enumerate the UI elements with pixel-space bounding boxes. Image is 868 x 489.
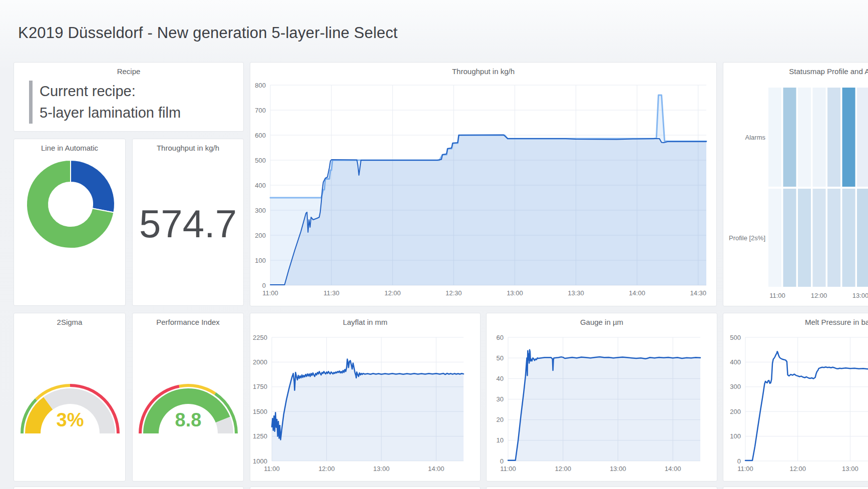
svg-text:13:00: 13:00 xyxy=(610,465,626,472)
svg-text:0: 0 xyxy=(500,457,504,465)
svg-text:14:00: 14:00 xyxy=(629,289,645,297)
panel-performance-index: Performance Index 8.8 xyxy=(132,313,244,481)
panel-2sigma: 2Sigma 3% xyxy=(14,313,126,481)
svg-text:12:00: 12:00 xyxy=(384,289,401,297)
svg-text:300: 300 xyxy=(730,383,741,390)
svg-text:0: 0 xyxy=(262,282,266,289)
recipe-text: Current recipe: 5-layer lamination film xyxy=(29,81,181,124)
layflat-line-chart[interactable]: 11:0012:0013:0014:0010001250150017502000… xyxy=(250,313,480,481)
svg-text:14:30: 14:30 xyxy=(690,289,706,297)
svg-text:13:30: 13:30 xyxy=(568,289,584,297)
svg-text:2000: 2000 xyxy=(253,358,267,366)
svg-text:12:00: 12:00 xyxy=(318,465,335,472)
svg-text:60: 60 xyxy=(497,334,504,341)
svg-text:600: 600 xyxy=(255,132,266,139)
svg-text:0: 0 xyxy=(737,457,741,465)
panel-title-recipe[interactable]: Recipe xyxy=(14,67,243,76)
svg-text:12:00: 12:00 xyxy=(811,292,827,299)
svg-text:3%: 3% xyxy=(57,409,84,430)
svg-text:300: 300 xyxy=(255,207,266,214)
svg-text:500: 500 xyxy=(255,157,266,164)
svg-text:13:00: 13:00 xyxy=(373,465,390,472)
performance-index-gauge-chart[interactable]: 8.8 xyxy=(133,313,243,481)
svg-text:1500: 1500 xyxy=(253,408,267,415)
throughput-line-chart[interactable]: 11:0011:3012:0012:3013:0013:3014:0014:30… xyxy=(250,63,716,306)
svg-text:11:00: 11:00 xyxy=(500,465,516,472)
throughput-stat-value: 574.7 xyxy=(133,201,243,247)
svg-text:700: 700 xyxy=(255,107,266,114)
partial-panel xyxy=(723,486,868,489)
line-in-automatic-donut-chart[interactable] xyxy=(14,139,125,305)
svg-text:14:00: 14:00 xyxy=(428,465,445,472)
svg-text:30: 30 xyxy=(497,395,504,403)
svg-text:400: 400 xyxy=(255,182,266,189)
svg-text:100: 100 xyxy=(730,432,741,440)
svg-text:14:00: 14:00 xyxy=(665,465,681,472)
recipe-line2: 5-layer lamination film xyxy=(40,102,181,124)
svg-text:12:00: 12:00 xyxy=(555,465,571,472)
svg-text:11:00: 11:00 xyxy=(262,289,278,297)
svg-text:200: 200 xyxy=(730,408,741,415)
panel-throughput-stat: Throughput in kg/h 574.7 xyxy=(132,139,244,306)
svg-text:12:30: 12:30 xyxy=(446,289,462,297)
svg-text:13:00: 13:00 xyxy=(852,292,868,299)
melt-pressure-line-chart[interactable]: 11:0012:0013:000100200300400500 xyxy=(723,313,868,481)
svg-text:11:00: 11:00 xyxy=(737,465,753,472)
svg-text:13:00: 13:00 xyxy=(842,465,858,472)
recipe-quote-bar xyxy=(29,81,33,124)
svg-text:13:00: 13:00 xyxy=(507,289,523,297)
svg-text:1000: 1000 xyxy=(253,457,267,465)
svg-text:8.8: 8.8 xyxy=(175,409,202,430)
gauge-um-line-chart[interactable]: 11:0012:0013:0014:000102030405060 xyxy=(487,313,717,481)
panel-gauge-um: Gauge in µm 11:0012:0013:0014:0001020304… xyxy=(486,313,717,481)
svg-text:20: 20 xyxy=(497,416,504,423)
svg-text:Alarms: Alarms xyxy=(745,134,766,141)
svg-text:11:00: 11:00 xyxy=(769,292,785,299)
svg-text:100: 100 xyxy=(255,257,266,264)
svg-text:40: 40 xyxy=(497,375,504,382)
panel-line-in-automatic: Line in Automatic xyxy=(14,139,126,306)
panel-layflat: Layflat in mm 11:0012:0013:0014:00100012… xyxy=(250,313,481,481)
svg-text:200: 200 xyxy=(255,232,266,239)
partial-panel xyxy=(250,486,481,489)
svg-text:800: 800 xyxy=(255,82,266,89)
2sigma-gauge-chart[interactable]: 3% xyxy=(14,313,125,481)
svg-text:12:00: 12:00 xyxy=(789,465,806,472)
svg-text:11:30: 11:30 xyxy=(323,289,339,297)
partial-panel xyxy=(14,486,244,489)
svg-text:11:00: 11:00 xyxy=(264,465,280,472)
page-title: K2019 Düsseldorf - New generation 5-laye… xyxy=(18,24,397,42)
svg-text:1750: 1750 xyxy=(253,383,267,390)
panel-throughput-graph: Throughput in kg/h 11:0011:3012:0012:301… xyxy=(250,62,717,306)
svg-text:400: 400 xyxy=(730,358,741,366)
svg-text:1250: 1250 xyxy=(253,432,267,440)
partial-panel xyxy=(486,486,717,489)
statusmap-heatmap-chart[interactable]: AlarmsProfile [2s%]11:0012:0013:00 xyxy=(723,63,868,306)
panel-melt-pressure: Melt Pressure in bar 11:0012:0013:000100… xyxy=(723,313,868,481)
panel-title-throughput-stat[interactable]: Throughput in kg/h xyxy=(133,144,243,152)
svg-text:500: 500 xyxy=(730,334,741,341)
svg-text:2250: 2250 xyxy=(253,334,267,341)
svg-text:Profile [2s%]: Profile [2s%] xyxy=(729,234,765,242)
panel-statusmap: Statusmap Profile and Alarms AlarmsProfi… xyxy=(723,62,868,306)
recipe-line1: Current recipe: xyxy=(40,81,181,102)
svg-text:50: 50 xyxy=(497,354,504,362)
panel-recipe: Recipe Current recipe: 5-layer laminatio… xyxy=(14,62,244,132)
svg-text:10: 10 xyxy=(497,436,504,444)
